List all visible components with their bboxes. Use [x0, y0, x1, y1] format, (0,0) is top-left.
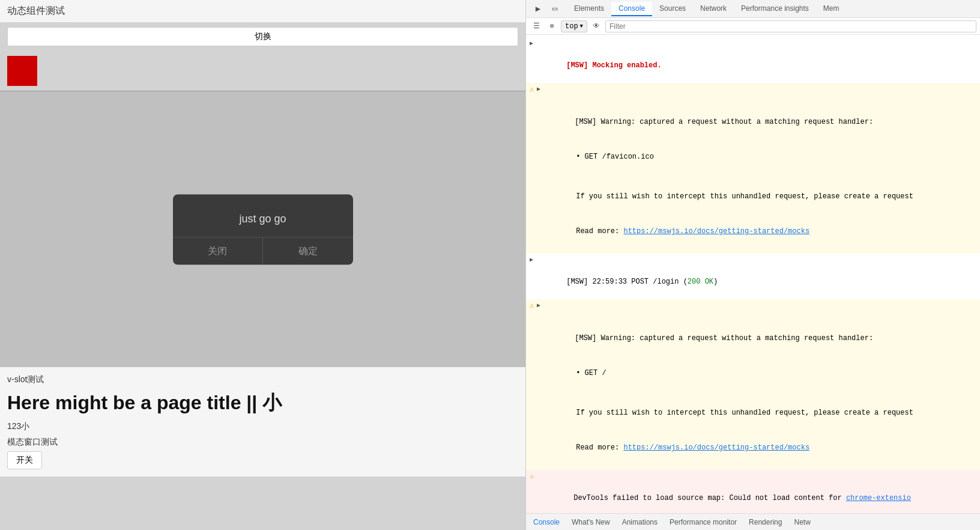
- tab-memory[interactable]: Mem: [816, 2, 847, 16]
- modal-test-title: 模态窗口测试: [7, 437, 518, 448]
- red-box: [7, 56, 37, 86]
- expand-icon[interactable]: [530, 255, 533, 264]
- devtools-bottom-bar: Console What's New Animations Performanc…: [526, 513, 980, 530]
- console-toolbar: ☰ ⊗ top ▼ 👁: [526, 18, 980, 35]
- modal-overlay: just go go 关闭 确定: [173, 194, 353, 264]
- bottom-tab-whats-new[interactable]: What's New: [569, 517, 612, 528]
- console-line: [526, 174, 980, 179]
- modal-box: just go go 关闭 确定: [173, 194, 353, 264]
- tab-performance[interactable]: Performance insights: [734, 2, 816, 16]
- console-line: [MSW] Mocking enabled.: [526, 37, 980, 83]
- vslot-title: v-slot测试: [7, 374, 518, 385]
- warning-icon-3: ⚠: [530, 471, 534, 482]
- sub-text: 123小: [7, 421, 518, 432]
- devtools-panel: ▶ ▭ Elements Console Sources Network Per…: [525, 0, 980, 530]
- console-line: If you still wish to intercept this unha…: [526, 395, 980, 430]
- filter-input[interactable]: [605, 20, 976, 32]
- console-line: Read more: https://mswjs.io/docs/getting…: [526, 430, 980, 465]
- bottom-tab-network[interactable]: Netw: [791, 517, 812, 528]
- device-icon[interactable]: ▭: [548, 2, 562, 16]
- console-line: [MSW] 22:59:33 POST /login (200 OK): [526, 254, 980, 299]
- expand-icon[interactable]: ▶: [537, 301, 540, 310]
- console-line: [526, 465, 980, 470]
- page-heading: Here might be a page title || 小: [7, 390, 518, 416]
- switch-button[interactable]: 切换: [7, 27, 518, 46]
- console-line: [526, 249, 980, 254]
- gray-area: just go go 关闭 确定: [0, 91, 525, 367]
- console-line: Read more: https://mswjs.io/docs/getting…: [526, 214, 980, 249]
- tab-sources[interactable]: Sources: [652, 2, 693, 16]
- bottom-tab-perf-monitor[interactable]: Performance monitor: [667, 517, 739, 528]
- bottom-tab-rendering[interactable]: Rendering: [746, 517, 784, 528]
- sidebar-toggle-icon[interactable]: ☰: [530, 20, 543, 33]
- console-line: [526, 391, 980, 395]
- vslot-section: v-slot测试 Here might be a page title || 小…: [0, 367, 525, 477]
- mswjs-link-1[interactable]: https://mswjs.io/docs/getting-started/mo…: [623, 227, 809, 236]
- console-line: ⚠ ▶ [MSW] Warning: captured a request wi…: [526, 299, 980, 356]
- chevron-down-icon: ▼: [580, 23, 583, 29]
- warning-icon: ⚠: [530, 84, 534, 95]
- modal-body: just go go: [173, 194, 353, 237]
- console-line: ⚠ ▶ [MSW] Warning: captured a request wi…: [526, 83, 980, 139]
- console-line: • GET /: [526, 356, 980, 391]
- tab-console[interactable]: Console: [611, 2, 652, 16]
- web-panel: 动态组件测试 切换 just go go 关闭 确定 v-slot测试 Here…: [0, 0, 525, 530]
- mswjs-link-2[interactable]: https://mswjs.io/docs/getting-started/mo…: [623, 443, 809, 452]
- eye-icon[interactable]: 👁: [590, 20, 603, 33]
- inspect-icon[interactable]: ▶: [531, 2, 545, 16]
- chrome-ext-link[interactable]: chrome-extensio: [846, 494, 911, 502]
- bottom-tab-console[interactable]: Console: [531, 517, 562, 528]
- status-ok: 200 OK: [688, 278, 713, 286]
- page-title: 动态组件测试: [0, 0, 525, 22]
- modal-close-button[interactable]: 关闭: [173, 237, 264, 264]
- console-line: If you still wish to intercept this unha…: [526, 179, 980, 214]
- msw-enabled-text: [MSW] Mocking enabled.: [566, 61, 661, 70]
- bottom-tab-animations[interactable]: Animations: [620, 517, 660, 528]
- context-label: top: [565, 22, 578, 31]
- modal-footer: 关闭 确定: [173, 237, 353, 264]
- open-modal-button[interactable]: 开关: [7, 451, 42, 469]
- console-output: [MSW] Mocking enabled. ⚠ ▶ [MSW] Warning…: [526, 35, 980, 513]
- console-line: ⚠ DevTools failed to load source map: Co…: [526, 470, 980, 513]
- expand-icon[interactable]: [530, 39, 533, 48]
- console-line: • GET /favicon.ico: [526, 139, 980, 174]
- devtools-topbar: ▶ ▭ Elements Console Sources Network Per…: [526, 0, 980, 18]
- modal-confirm-button[interactable]: 确定: [263, 237, 353, 264]
- msw-post-text: [MSW] 22:59:33 POST /login (200 OK): [566, 278, 718, 286]
- context-selector[interactable]: top ▼: [561, 20, 587, 32]
- tab-elements[interactable]: Elements: [567, 2, 611, 16]
- tab-network[interactable]: Network: [693, 2, 734, 16]
- clear-console-icon[interactable]: ⊗: [545, 20, 558, 33]
- warning-icon-2: ⚠: [530, 300, 534, 311]
- expand-icon[interactable]: ▶: [537, 85, 540, 94]
